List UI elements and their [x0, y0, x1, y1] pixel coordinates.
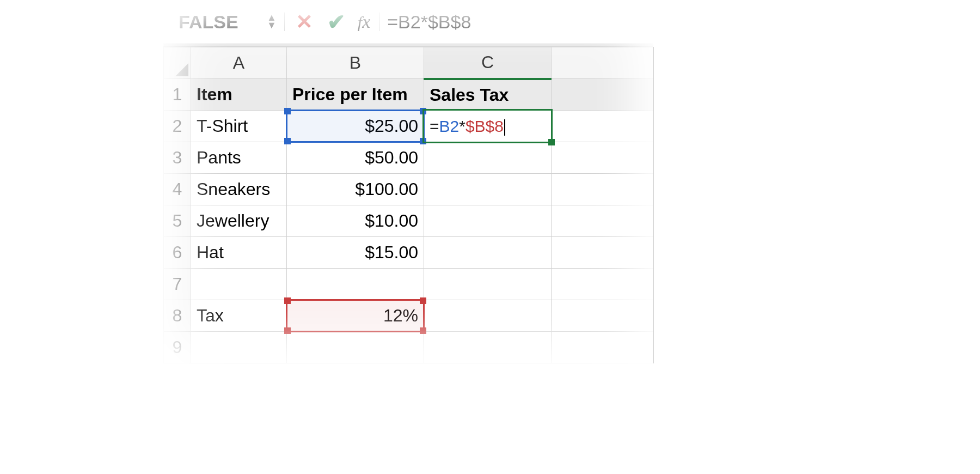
row-header-9[interactable]: 9: [164, 332, 191, 363]
worksheet-grid[interactable]: A B C 1 Item Price per Item Sales Tax 2 …: [163, 47, 654, 363]
cell-A7[interactable]: [191, 269, 287, 300]
cell-B2-value: $25.00: [365, 116, 418, 136]
formula-ref-B8: $B$8: [465, 117, 504, 135]
cell-editor[interactable]: =B2*$B$8: [430, 117, 505, 135]
cell-C9[interactable]: [424, 332, 552, 363]
row-header-3[interactable]: 3: [164, 142, 191, 174]
cell-A1[interactable]: Item: [191, 79, 287, 111]
fx-icon[interactable]: fx: [357, 11, 371, 32]
cell-B9[interactable]: [287, 332, 424, 363]
cell-C8[interactable]: [424, 300, 552, 332]
cell-B5[interactable]: $10.00: [287, 205, 424, 237]
cell-B6[interactable]: $15.00: [287, 237, 424, 269]
cell-B4[interactable]: $100.00: [287, 174, 424, 205]
cancel-icon[interactable]: ✕: [292, 10, 316, 34]
col-header-A[interactable]: A: [191, 47, 287, 79]
divider: [379, 13, 379, 31]
cell-C4[interactable]: [424, 174, 552, 205]
cell-D9[interactable]: [552, 332, 654, 363]
cell-A8[interactable]: Tax: [191, 300, 287, 332]
cell-B3[interactable]: $50.00: [287, 142, 424, 174]
row-header-1[interactable]: 1: [164, 79, 191, 111]
row-header-8[interactable]: 8: [164, 300, 191, 332]
cell-B8-value: 12%: [383, 306, 418, 325]
cell-B8[interactable]: 12%: [287, 300, 424, 332]
cell-C6[interactable]: [424, 237, 552, 269]
name-box-stepper[interactable]: ▲ ▼: [267, 14, 277, 29]
row-header-6[interactable]: 6: [164, 237, 191, 269]
divider: [284, 13, 285, 31]
cell-D8[interactable]: [552, 300, 654, 332]
cell-D2[interactable]: [552, 111, 654, 142]
col-header-B[interactable]: B: [287, 47, 424, 79]
row-header-7[interactable]: 7: [164, 269, 191, 300]
cell-D6[interactable]: [552, 237, 654, 269]
col-header-C[interactable]: C: [424, 47, 552, 79]
cell-C5[interactable]: [424, 205, 552, 237]
text-cursor: [504, 119, 505, 136]
cell-C1[interactable]: Sales Tax: [424, 79, 552, 111]
name-box[interactable]: FALSE: [179, 11, 260, 33]
formula-op: *: [459, 117, 465, 135]
cell-A4[interactable]: Sneakers: [191, 174, 287, 205]
cell-D5[interactable]: [552, 205, 654, 237]
cell-D3[interactable]: [552, 142, 654, 174]
cell-B1[interactable]: Price per Item: [287, 79, 424, 111]
cell-A9[interactable]: [191, 332, 287, 363]
formula-bar: FALSE ▲ ▼ ✕ ✔ fx =B2*$B$8: [163, 5, 653, 44]
enter-icon[interactable]: ✔: [324, 9, 349, 34]
formula-eq: =: [430, 117, 439, 135]
cell-A6[interactable]: Hat: [191, 237, 287, 269]
cell-A3[interactable]: Pants: [191, 142, 287, 174]
cell-C3[interactable]: [424, 142, 552, 174]
col-header-D[interactable]: [552, 47, 654, 79]
row-header-5[interactable]: 5: [164, 205, 191, 237]
cell-D1[interactable]: [552, 79, 654, 111]
cell-D7[interactable]: [552, 269, 654, 300]
formula-input[interactable]: =B2*$B$8: [387, 11, 471, 33]
stepper-down-icon[interactable]: ▼: [267, 22, 277, 29]
select-all-corner[interactable]: [164, 47, 191, 79]
row-header-2[interactable]: 2: [164, 111, 191, 142]
cell-C2[interactable]: =B2*$B$8: [424, 111, 552, 142]
cell-A2[interactable]: T-Shirt: [191, 111, 287, 142]
row-header-4[interactable]: 4: [164, 174, 191, 205]
spreadsheet-window: FALSE ▲ ▼ ✕ ✔ fx =B2*$B$8 A B C 1 Item P…: [163, 5, 653, 363]
cell-D4[interactable]: [552, 174, 654, 205]
cell-B2[interactable]: $25.00: [287, 111, 424, 142]
formula-ref-B2: B2: [439, 117, 460, 135]
cell-A5[interactable]: Jewellery: [191, 205, 287, 237]
cell-C7[interactable]: [424, 269, 552, 300]
cell-B7[interactable]: [287, 269, 424, 300]
